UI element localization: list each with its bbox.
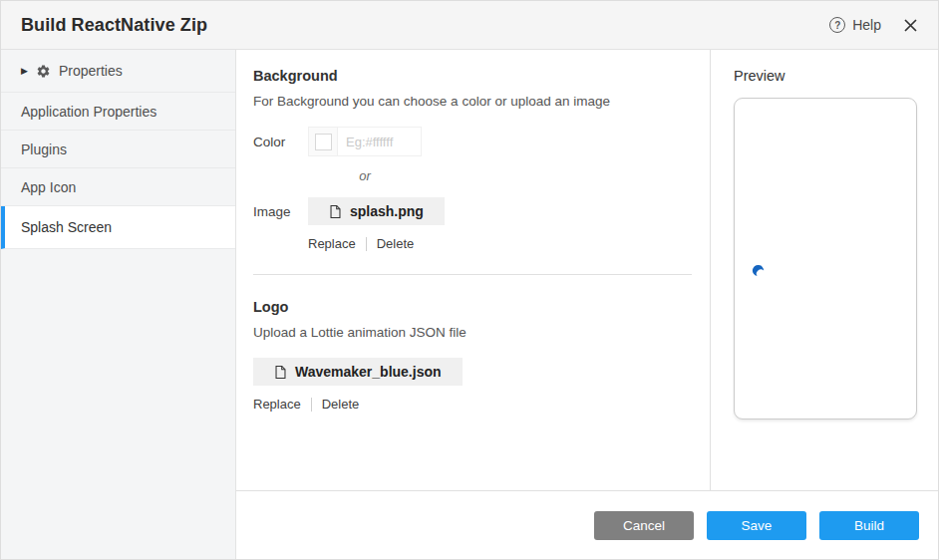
logo-section-description: Upload a Lottie animation JSON file (253, 325, 692, 340)
sidebar-item-label: Application Properties (21, 104, 156, 120)
sidebar: ▶ Properties Application Properties Plug… (1, 50, 236, 559)
dialog-footer: Cancel Save Build (236, 490, 938, 559)
image-file-chip: splash.png (308, 197, 445, 225)
color-swatch[interactable] (308, 127, 338, 156)
logo-file-name: Wavemaker_blue.json (295, 364, 442, 380)
sidebar-item-splash-screen[interactable]: Splash Screen (1, 206, 235, 249)
crescent-wave-icon (751, 263, 766, 278)
sidebar-item-plugins[interactable]: Plugins (1, 131, 235, 168)
build-reactnative-dialog: Build ReactNative Zip ? Help ▶ Propertie… (0, 0, 939, 560)
background-section-description: For Background you can choose a color or… (253, 94, 692, 109)
image-file-actions: Replace Delete (308, 236, 692, 251)
logo-file-row: Wavemaker_blue.json (253, 358, 692, 386)
image-delete-link[interactable]: Delete (377, 236, 415, 251)
help-button[interactable]: ? Help (829, 17, 881, 33)
color-input[interactable] (338, 127, 422, 156)
color-picker-group (308, 127, 422, 156)
help-icon: ? (829, 17, 845, 33)
preview-title: Preview (734, 68, 918, 84)
sidebar-item-application-properties[interactable]: Application Properties (1, 93, 235, 131)
sidebar-item-label: App Icon (21, 179, 76, 195)
dialog-body: ▶ Properties Application Properties Plug… (1, 50, 938, 559)
sidebar-item-properties[interactable]: ▶ Properties (1, 50, 235, 93)
splash-screen-panel: Background For Background you can choose… (236, 50, 710, 490)
sidebar-item-label: Plugins (21, 141, 67, 157)
image-field-row: Image splash.png (253, 197, 692, 225)
splash-preview-box (734, 98, 917, 420)
color-swatch-preview (315, 134, 332, 150)
main-area: Background For Background you can choose… (236, 50, 938, 559)
image-file-name: splash.png (350, 203, 424, 219)
background-section-title: Background (253, 68, 692, 84)
close-icon[interactable] (903, 18, 918, 33)
logo-delete-link[interactable]: Delete (322, 397, 360, 412)
logo-file-chip: Wavemaker_blue.json (253, 358, 463, 386)
image-replace-link[interactable]: Replace (308, 236, 356, 251)
color-field-label: Color (253, 135, 308, 149)
file-icon (329, 204, 342, 219)
logo-file-actions: Replace Delete (253, 397, 692, 412)
help-label: Help (852, 17, 881, 33)
build-button[interactable]: Build (819, 511, 919, 540)
cancel-button[interactable]: Cancel (594, 511, 694, 540)
gear-icon (36, 64, 51, 79)
sidebar-item-label: Splash Screen (21, 219, 112, 235)
header-actions: ? Help (829, 17, 918, 33)
link-separator (311, 398, 312, 412)
logo-section-title: Logo (253, 299, 692, 315)
preview-panel: Preview (710, 50, 938, 490)
caret-right-icon: ▶ (21, 67, 28, 76)
sidebar-item-label: Properties (59, 63, 123, 79)
section-divider (253, 274, 692, 275)
dialog-title: Build ReactNative Zip (21, 15, 207, 36)
save-button[interactable]: Save (707, 511, 806, 540)
content-row: Background For Background you can choose… (236, 50, 938, 490)
image-field-label: Image (253, 204, 308, 219)
file-icon (274, 365, 287, 380)
dialog-header: Build ReactNative Zip ? Help (1, 1, 938, 50)
logo-replace-link[interactable]: Replace (253, 397, 301, 412)
color-field-row: Color (253, 127, 692, 156)
link-separator (366, 237, 367, 251)
or-separator-text: or (308, 156, 422, 197)
sidebar-item-app-icon[interactable]: App Icon (1, 168, 235, 206)
